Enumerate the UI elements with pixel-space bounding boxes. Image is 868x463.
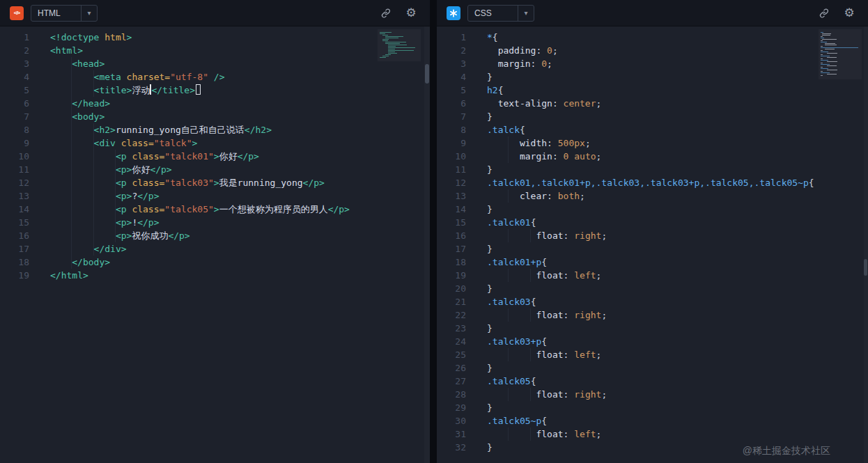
- css-code-area: 1*{2padding: 0;3margin: 0;4}5h2{6text-al…: [437, 26, 868, 454]
- html-language-dropdown[interactable]: HTML ▾: [31, 5, 98, 22]
- line-number: 1: [0, 31, 29, 44]
- minimap-line: [388, 45, 407, 45]
- gear-icon[interactable]: ⚙: [402, 4, 420, 22]
- code-line: 13<p>?</p>: [0, 189, 430, 203]
- minimap-line: [821, 40, 823, 41]
- code-playground: </> HTML ▾ ⚙ 1<!doctype html>2<html>3<he…: [0, 0, 868, 463]
- css-language-label: CSS: [474, 8, 518, 18]
- gear-icon[interactable]: ⚙: [840, 4, 858, 22]
- code-line: 28float: right;: [437, 388, 868, 401]
- code-line: 7}: [437, 110, 868, 123]
- line-number: 11: [437, 163, 466, 176]
- code-line: 32}: [437, 441, 868, 454]
- line-number: 26: [437, 361, 466, 375]
- code-line: 8.talck{: [437, 123, 868, 136]
- minimap-line: [827, 61, 837, 62]
- bracket-match-box: [196, 84, 201, 95]
- html-scrollbar-thumb[interactable]: [425, 64, 429, 84]
- minimap-line: [821, 58, 823, 59]
- line-number: 3: [0, 57, 29, 70]
- line-number: 5: [0, 84, 29, 97]
- minimap-line: [821, 54, 823, 55]
- line-number: 6: [437, 97, 466, 110]
- code-line: 5<title>浮动</title>: [0, 84, 430, 97]
- line-number: 5: [437, 84, 466, 97]
- minimap-line: [821, 68, 828, 69]
- line-number: 15: [0, 216, 29, 229]
- minimap-line: [821, 46, 823, 47]
- css-panel-header: CSS ▾ ⚙: [437, 0, 868, 26]
- minimap-line: [382, 39, 389, 40]
- code-line: 19float: left;: [437, 269, 868, 282]
- minimap-line: [385, 38, 398, 38]
- code-line: 3margin: 0;: [437, 57, 868, 70]
- line-number: 20: [437, 282, 466, 295]
- line-number: 17: [0, 242, 29, 256]
- css-code-editor[interactable]: 1*{2padding: 0;3margin: 0;4}5h2{6text-al…: [437, 26, 868, 463]
- code-line: 26}: [437, 361, 868, 375]
- css-scrollbar-track: [864, 26, 868, 463]
- code-line: 27.talck05{: [437, 375, 868, 388]
- line-number: 16: [0, 229, 29, 242]
- line-number: 13: [0, 189, 29, 203]
- css-scrollbar-thumb[interactable]: [864, 259, 867, 276]
- code-line: 11<p>你好</p>: [0, 163, 430, 176]
- line-number: 4: [437, 70, 466, 84]
- code-line: 24.talck03+p{: [437, 335, 868, 348]
- code-line: 4<meta charset="utf-8" />: [0, 70, 430, 84]
- minimap-line: [821, 52, 828, 52]
- html-code-editor[interactable]: 1<!doctype html>2<html>3<head>4<meta cha…: [0, 26, 430, 463]
- minimap-line: [827, 74, 837, 74]
- line-number: 9: [0, 136, 29, 150]
- minimap-line: [821, 64, 830, 65]
- link-icon[interactable]: [377, 4, 395, 22]
- css-language-dropdown[interactable]: CSS ▾: [467, 5, 534, 22]
- code-line: 18.talck01+p{: [437, 256, 868, 269]
- minimap-line: [821, 60, 828, 61]
- code-line: 12.talck01,.talck01+p,.talck03,.talck03+…: [437, 176, 868, 189]
- css-minimap[interactable]: [819, 29, 862, 79]
- minimap-line: [821, 36, 823, 37]
- minimap-line: [385, 42, 406, 42]
- minimap-line: [821, 38, 824, 38]
- html-language-label: HTML: [38, 8, 81, 18]
- minimap-line: [821, 63, 823, 63]
- minimap-line: [821, 72, 830, 73]
- code-line: 2padding: 0;: [437, 44, 868, 57]
- minimap-line: [388, 50, 414, 51]
- line-number: 1: [437, 31, 466, 44]
- line-number: 10: [437, 150, 466, 163]
- link-icon[interactable]: [815, 4, 833, 22]
- minimap-line: [825, 49, 835, 49]
- minimap-line: [821, 75, 823, 76]
- panel-splitter[interactable]: [430, 0, 437, 463]
- code-line: 31float: left;: [437, 427, 868, 441]
- line-number: 16: [437, 229, 466, 242]
- line-number: 10: [0, 150, 29, 163]
- line-number: 12: [437, 176, 466, 189]
- minimap-line: [827, 65, 837, 66]
- line-number: 30: [437, 414, 466, 427]
- code-line: 25float: left;: [437, 348, 868, 361]
- code-line: 8<h2>running_yong自己和自己说话</h2>: [0, 123, 430, 136]
- code-line: 5h2{: [437, 84, 868, 97]
- line-number: 3: [437, 57, 466, 70]
- line-number: 25: [437, 348, 466, 361]
- code-line: 1*{: [437, 31, 868, 44]
- minimap-line: [822, 35, 830, 36]
- minimap-line: [382, 56, 389, 56]
- code-line: 10margin: 0 auto;: [437, 150, 868, 163]
- line-number: 12: [0, 176, 29, 189]
- line-number: 19: [0, 269, 29, 282]
- line-number: 6: [0, 97, 29, 110]
- minimap-line: [388, 49, 395, 49]
- code-line: 11}: [437, 163, 868, 176]
- html-icon-glyph: </>: [14, 10, 20, 16]
- chevron-down-icon: ▾: [82, 9, 97, 17]
- minimap-line: [388, 46, 396, 47]
- html-minimap[interactable]: [378, 29, 421, 61]
- minimap-line: [388, 53, 397, 54]
- line-number: 28: [437, 388, 466, 401]
- code-line: 13clear: both;: [437, 189, 868, 203]
- line-number: 2: [0, 44, 29, 57]
